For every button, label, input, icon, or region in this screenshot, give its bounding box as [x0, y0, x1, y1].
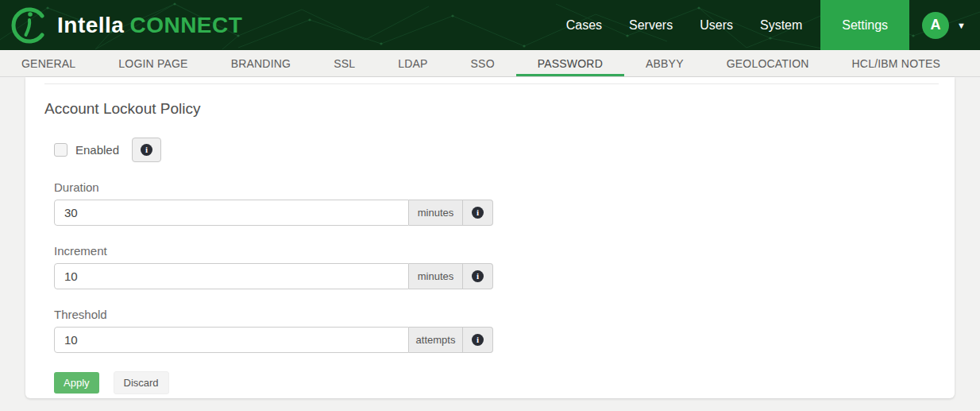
threshold-unit-addon: attempts	[409, 327, 463, 353]
duration-input-group: minutes i	[54, 200, 493, 226]
tab-password[interactable]: PASSWORD	[516, 50, 624, 76]
duration-field: Duration minutes i	[54, 180, 942, 226]
duration-unit-addon: minutes	[409, 200, 463, 226]
info-circle-icon: i	[472, 270, 484, 282]
tab-login-page[interactable]: LOGIN PAGE	[97, 50, 209, 76]
nav-item-servers[interactable]: Servers	[615, 0, 686, 50]
tab-md5[interactable]: MD5 H	[962, 50, 980, 76]
user-menu[interactable]: A ▼	[909, 0, 980, 50]
duration-info-button[interactable]: i	[463, 200, 493, 226]
increment-field: Increment minutes i	[54, 244, 942, 289]
duration-input[interactable]	[54, 200, 409, 226]
form-actions: Apply Discard	[54, 371, 942, 394]
wordmark-intella: Intella	[57, 13, 124, 37]
increment-input-group: minutes i	[54, 263, 493, 289]
tab-geolocation[interactable]: GEOLOCATION	[705, 50, 831, 76]
wordmark-connect: CONNECT	[129, 13, 242, 37]
app-logo[interactable]: IntellaCONNECT	[0, 5, 242, 46]
enabled-checkbox[interactable]	[54, 143, 68, 157]
app-wordmark: IntellaCONNECT	[57, 13, 242, 38]
enabled-label: Enabled	[75, 143, 119, 157]
nav-item-system[interactable]: System	[747, 0, 816, 50]
enabled-row: Enabled i	[54, 138, 942, 162]
tab-ldap[interactable]: LDAP	[376, 50, 449, 76]
top-navigation: Cases Servers Users System Settings A ▼	[553, 0, 980, 50]
intella-logo-icon	[8, 5, 49, 46]
password-settings-card: Account Lockout Policy Enabled i Duratio…	[25, 77, 955, 398]
app-header: IntellaCONNECT Cases Servers Users Syste…	[0, 0, 980, 50]
panel-title: Account Lockout Policy	[44, 100, 942, 118]
tab-general[interactable]: GENERAL	[0, 50, 97, 76]
tab-hcl-ibm-notes[interactable]: HCL/IBM NOTES	[831, 50, 963, 76]
threshold-input[interactable]	[54, 327, 409, 353]
threshold-input-group: attempts i	[54, 327, 493, 353]
caret-down-icon: ▼	[957, 21, 966, 30]
increment-info-button[interactable]: i	[463, 263, 493, 289]
threshold-label: Threshold	[54, 308, 942, 321]
increment-unit-addon: minutes	[409, 263, 463, 289]
info-circle-icon: i	[472, 207, 484, 219]
duration-label: Duration	[54, 180, 942, 194]
tab-branding[interactable]: BRANDING	[210, 50, 313, 76]
section-divider	[44, 83, 939, 84]
tab-sso[interactable]: SSO	[449, 50, 516, 76]
enabled-info-button[interactable]: i	[132, 138, 161, 162]
settings-page: Account Lockout Policy Enabled i Duratio…	[0, 77, 980, 411]
threshold-info-button[interactable]: i	[463, 327, 493, 353]
nav-item-users[interactable]: Users	[686, 0, 747, 50]
threshold-field: Threshold attempts i	[54, 308, 942, 353]
increment-label: Increment	[54, 244, 942, 258]
tab-abbyy[interactable]: ABBYY	[624, 50, 705, 76]
tab-ssl[interactable]: SSL	[312, 50, 376, 76]
increment-input[interactable]	[54, 263, 409, 289]
info-circle-icon: i	[141, 144, 152, 156]
nav-item-cases[interactable]: Cases	[553, 0, 615, 50]
settings-tabbar: GENERAL LOGIN PAGE BRANDING SSL LDAP SSO…	[0, 50, 980, 77]
nav-item-settings[interactable]: Settings	[820, 0, 909, 50]
avatar[interactable]: A	[922, 12, 949, 39]
discard-button[interactable]: Discard	[114, 371, 169, 394]
info-circle-icon: i	[472, 334, 484, 346]
apply-button[interactable]: Apply	[54, 372, 99, 394]
